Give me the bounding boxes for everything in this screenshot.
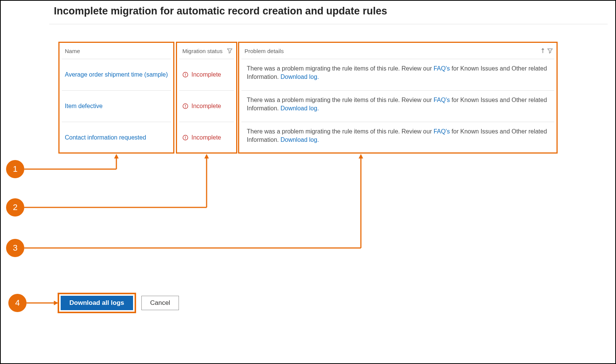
download-log-link[interactable]: Download log. bbox=[281, 74, 319, 80]
callout-2: 2 bbox=[6, 198, 24, 217]
filter-icon[interactable] bbox=[547, 48, 553, 53]
sort-icon[interactable] bbox=[541, 48, 545, 53]
status-text: Incomplete bbox=[191, 134, 221, 141]
callout-arrow-4 bbox=[27, 300, 61, 307]
cancel-button[interactable]: Cancel bbox=[141, 296, 179, 310]
rule-name-link[interactable]: Contact information requested bbox=[65, 134, 146, 141]
svg-marker-17 bbox=[359, 154, 363, 158]
status-text: Incomplete bbox=[191, 71, 221, 78]
error-icon bbox=[182, 135, 188, 141]
faq-link[interactable]: FAQ's bbox=[434, 65, 450, 72]
column-details-box: Problem details There was a problem migr… bbox=[238, 42, 558, 154]
column-header-status[interactable]: Migration status bbox=[177, 43, 236, 59]
table-row-status: Incomplete bbox=[179, 91, 234, 122]
details-prefix: There was a problem migrating the rule i… bbox=[247, 128, 434, 135]
svg-point-2 bbox=[185, 75, 186, 76]
column-status-box: Migration status Incomplete Incomplete I… bbox=[176, 42, 237, 154]
page-title: Incomplete migration for automatic recor… bbox=[54, 5, 387, 17]
status-text: Incomplete bbox=[191, 103, 221, 110]
error-icon bbox=[182, 72, 188, 78]
title-divider bbox=[49, 24, 608, 24]
faq-link[interactable]: FAQ's bbox=[434, 128, 450, 135]
callout-arrow-3 bbox=[24, 153, 368, 256]
table-row-status: Incomplete bbox=[179, 59, 234, 90]
column-name-box: Name Average order shipment time (sample… bbox=[58, 42, 174, 154]
table-row-name[interactable]: Average order shipment time (sample) bbox=[62, 59, 171, 90]
migration-table: Name Average order shipment time (sample… bbox=[58, 42, 558, 154]
table-row-details: There was a problem migrating the rule i… bbox=[241, 59, 554, 90]
svg-point-5 bbox=[185, 107, 186, 108]
column-header-name-label: Name bbox=[65, 48, 80, 54]
table-row-status: Incomplete bbox=[179, 122, 234, 153]
table-row-details: There was a problem migrating the rule i… bbox=[241, 91, 554, 122]
table-row-details: There was a problem migrating the rule i… bbox=[241, 122, 554, 153]
callout-1: 1 bbox=[6, 160, 24, 178]
callout-3: 3 bbox=[6, 239, 24, 257]
faq-link[interactable]: FAQ's bbox=[434, 97, 450, 103]
table-row-name[interactable]: Contact information requested bbox=[62, 122, 171, 153]
button-bar: Download all logs Cancel bbox=[58, 293, 179, 313]
download-log-link[interactable]: Download log. bbox=[281, 136, 319, 143]
rule-name-link[interactable]: Item defective bbox=[65, 103, 103, 110]
column-header-name[interactable]: Name bbox=[60, 43, 173, 59]
details-prefix: There was a problem migrating the rule i… bbox=[247, 97, 434, 103]
details-prefix: There was a problem migrating the rule i… bbox=[247, 65, 434, 72]
callout-4: 4 bbox=[8, 294, 27, 312]
error-icon bbox=[182, 103, 188, 109]
column-header-details[interactable]: Problem details bbox=[239, 43, 556, 59]
download-log-link[interactable]: Download log. bbox=[281, 105, 319, 111]
download-all-logs-button[interactable]: Download all logs bbox=[61, 296, 133, 310]
column-header-status-label: Migration status bbox=[182, 48, 223, 54]
filter-icon[interactable] bbox=[227, 48, 232, 53]
table-row-name[interactable]: Item defective bbox=[62, 91, 171, 122]
svg-point-8 bbox=[185, 138, 186, 139]
column-header-details-label: Problem details bbox=[245, 48, 284, 54]
rule-name-link[interactable]: Average order shipment time (sample) bbox=[65, 71, 168, 78]
download-all-logs-highlight: Download all logs bbox=[58, 293, 136, 313]
